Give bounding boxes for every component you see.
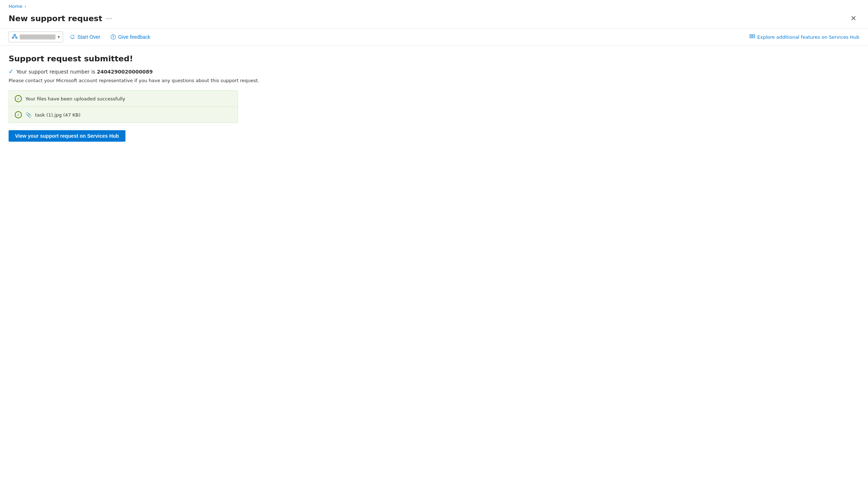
success-circle-upload: ✓ xyxy=(15,95,22,102)
subscription-icon xyxy=(12,33,18,41)
subscription-placeholder xyxy=(20,34,56,39)
file-attachment-icon: 📎 xyxy=(25,112,32,118)
explore-services-hub-link[interactable]: Explore additional features on Services … xyxy=(749,33,859,41)
refresh-icon xyxy=(70,34,75,40)
upload-success-text: Your files have been uploaded successful… xyxy=(25,96,125,101)
breadcrumb-separator: › xyxy=(24,4,26,9)
start-over-label: Start Over xyxy=(77,34,100,40)
svg-rect-6 xyxy=(753,34,755,36)
svg-rect-7 xyxy=(750,37,752,38)
contact-note: Please contact your Microsoft account re… xyxy=(9,78,859,83)
svg-line-4 xyxy=(15,36,16,37)
svg-point-2 xyxy=(16,37,17,38)
file-name: task (1).jpg (47 KB) xyxy=(35,112,81,118)
feedback-icon xyxy=(110,34,116,40)
chevron-down-icon: ▾ xyxy=(58,34,60,39)
svg-point-0 xyxy=(14,34,16,36)
svg-rect-5 xyxy=(750,34,752,36)
breadcrumb-home[interactable]: Home xyxy=(9,4,22,9)
services-hub-icon xyxy=(749,33,755,41)
file-row: ✓ 📎 task (1).jpg (47 KB) xyxy=(9,107,238,123)
close-button[interactable]: ✕ xyxy=(848,13,859,24)
page-header: New support request ··· ✕ xyxy=(0,11,868,28)
subscription-selector[interactable]: ▾ xyxy=(9,32,63,42)
start-over-button[interactable]: Start Over xyxy=(66,32,104,42)
give-feedback-button[interactable]: Give feedback xyxy=(107,32,154,42)
view-support-request-button[interactable]: View your support request on Services Hu… xyxy=(9,130,125,142)
checkmark-icon: ✓ xyxy=(9,68,13,75)
toolbar: ▾ Start Over Give feedback Expl xyxy=(0,28,868,46)
svg-line-3 xyxy=(13,36,15,37)
toolbar-left: ▾ Start Over Give feedback xyxy=(9,32,748,42)
request-number-row: ✓ Your support request number is 2404290… xyxy=(9,68,859,75)
success-title: Support request submitted! xyxy=(9,54,859,63)
svg-point-1 xyxy=(12,37,14,38)
more-options-icon[interactable]: ··· xyxy=(106,15,112,22)
breadcrumb: Home › xyxy=(0,0,868,11)
svg-rect-8 xyxy=(753,37,755,38)
request-number-text: Your support request number is 240429002… xyxy=(16,69,153,75)
upload-success-row: ✓ Your files have been uploaded successf… xyxy=(9,91,238,107)
upload-status-box: ✓ Your files have been uploaded successf… xyxy=(9,90,238,123)
give-feedback-label: Give feedback xyxy=(118,34,151,40)
main-content: Support request submitted! ✓ Your suppor… xyxy=(0,46,868,150)
explore-label: Explore additional features on Services … xyxy=(757,34,859,40)
success-circle-file: ✓ xyxy=(15,111,22,118)
request-number: 2404290020000089 xyxy=(97,69,153,75)
page-title: New support request xyxy=(9,14,102,23)
